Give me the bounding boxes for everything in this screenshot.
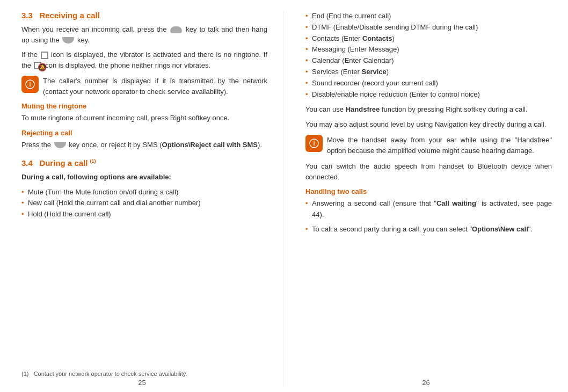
silent-icon: 🔕 xyxy=(34,62,41,69)
handsfree-bold: Handsfree xyxy=(346,105,380,113)
svg-text:i: i xyxy=(29,81,31,88)
notice-text-1: The caller's number is displayed if it i… xyxy=(43,76,267,97)
section-3-3-title: 3.3 Receiving a call xyxy=(21,11,267,20)
list-item: New call (Hold the current call and dial… xyxy=(21,198,267,209)
section-3-4-sup: (1) xyxy=(90,158,96,164)
right-column: End (End the current call) DTMF (Enable/… xyxy=(284,11,568,387)
section-3-4-title-text: During a call xyxy=(39,158,88,168)
notice-box-2: i Move the handset away from your ear wh… xyxy=(305,135,552,156)
hangup-icon-2 xyxy=(54,142,66,148)
bluetooth-para: You can switch the audio speech from han… xyxy=(305,161,552,182)
sound-para: You may also adjust sound level by using… xyxy=(305,119,552,130)
muting-para: To mute ringtone of current incoming cal… xyxy=(21,113,267,124)
handsfree-para: You can use Handsfree function by pressi… xyxy=(305,104,552,115)
notice-icon-1: i xyxy=(21,76,39,93)
handling-title: Handling two calls xyxy=(305,187,552,195)
reject-sms-bold: Options\Reject call with SMS xyxy=(162,141,258,149)
during-call-bullets: Mute (Turn the Mute function on/off duri… xyxy=(21,187,267,220)
section-3-4-title: 3.4 During a call (1) xyxy=(21,158,267,168)
list-item: Messaging (Enter Message) xyxy=(305,44,552,55)
list-item: Services (Enter Service) xyxy=(305,67,552,78)
footnote: (1) Contact your network operator to che… xyxy=(21,371,187,377)
footnote-number: (1) xyxy=(21,371,28,377)
list-item: Contacts (Enter Contacts) xyxy=(305,33,552,45)
list-item: DTMF (Enable/Disable sending DTMF during… xyxy=(305,22,552,33)
receiving-para1: When you receive an incoming call, press… xyxy=(21,24,267,45)
footnote-text: Contact your network operator to check s… xyxy=(34,371,187,377)
notice-text-2: Move the handset away from your ear whil… xyxy=(327,135,552,156)
list-item: Hold (Hold the current call) xyxy=(21,209,267,220)
list-item: Mute (Turn the Mute function on/off duri… xyxy=(21,187,267,198)
vibrate-icon xyxy=(41,52,48,59)
list-item: Disable/enable noice reduction (Enter to… xyxy=(305,89,552,100)
notice-icon-2: i xyxy=(305,135,323,152)
call-icon xyxy=(170,26,182,33)
section-number: 3.3 xyxy=(21,11,33,20)
receiving-para2: If the icon is displayed, the vibrator i… xyxy=(21,49,267,70)
left-column: 3.3 Receiving a call When you receive an… xyxy=(0,11,284,387)
right-bullets: End (End the current call) DTMF (Enable/… xyxy=(305,11,552,100)
section-3-4-number: 3.4 xyxy=(21,158,33,168)
list-item: To call a second party during a call, yo… xyxy=(305,224,552,235)
muting-title: Muting the ringtone xyxy=(21,102,267,110)
notice-box-1: i The caller's number is displayed if it… xyxy=(21,76,267,97)
list-item: Calendar (Enter Calendar) xyxy=(305,55,552,67)
page-number-right: 26 xyxy=(284,379,568,387)
handling-bullets: Answering a second call (ensure that "Ca… xyxy=(305,198,552,235)
rejecting-title: Rejecting a call xyxy=(21,129,267,137)
page-number-left: 25 xyxy=(0,379,284,387)
list-item: End (End the current call) xyxy=(305,11,552,22)
svg-text:i: i xyxy=(313,140,315,147)
during-call-bold: During a call, following options are ava… xyxy=(21,172,267,183)
section-title-text: Receiving a call xyxy=(39,11,100,20)
hangup-icon xyxy=(62,37,74,43)
list-item: Sound recorder (record your current call… xyxy=(305,78,552,89)
list-item: Answering a second call (ensure that "Ca… xyxy=(305,198,552,221)
rejecting-para: Press the key once, or reject it by SMS … xyxy=(21,140,267,150)
